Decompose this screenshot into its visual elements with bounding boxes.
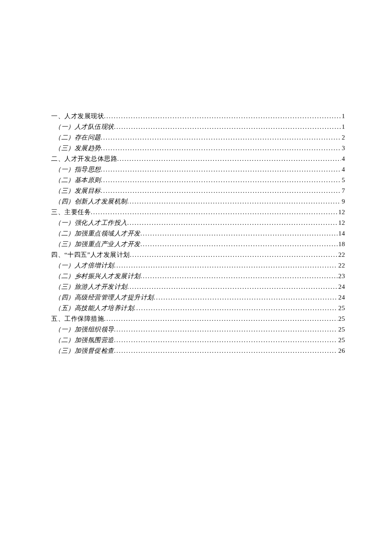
toc-entry-title: （一）指导思想 [55, 164, 101, 174]
toc-entry-title: （二）基本原则 [55, 175, 101, 185]
toc-entry: （一）指导思想4 [51, 164, 345, 174]
toc-leader-dots [101, 132, 341, 142]
toc-entry: （四）创新人才发展机制9 [51, 196, 345, 206]
toc-entry-title: （一）加强组织领导 [55, 324, 114, 334]
toc-entry: （三）发展趋势3 [51, 143, 345, 153]
toc-entry-page: 2 [341, 132, 345, 142]
toc-leader-dots [114, 324, 338, 334]
toc-entry-page: 26 [337, 346, 345, 356]
toc-entry-title: 四、“十四五”人才发展计划 [51, 250, 130, 260]
toc-leader-dots [127, 282, 338, 292]
toc-entry-page: 23 [337, 271, 345, 281]
toc-entry-title: （三）加强督促检查 [55, 346, 114, 356]
toc-leader-dots [117, 154, 341, 164]
toc-leader-dots [114, 122, 341, 132]
toc-entry: 三、主要任务12 [51, 207, 345, 217]
toc-entry-title: （四）高级经营管理人才提升计划 [55, 292, 154, 302]
toc-entry: （三）发展目标7 [51, 186, 345, 196]
toc-entry-page: 22 [337, 250, 345, 260]
toc-leader-dots [114, 260, 338, 270]
toc-entry: 五、工作保障措施25 [51, 314, 345, 324]
toc-leader-dots [101, 164, 341, 174]
toc-entry-title: （三）加强重点产业人才开发 [55, 239, 141, 249]
toc-entry-title: （二）加强重点领域人才开发 [55, 228, 141, 238]
toc-entry: 一、人才发展现状1 [51, 111, 345, 121]
toc-entry-page: 14 [337, 228, 345, 238]
toc-entry-page: 1 [341, 111, 345, 121]
toc-leader-dots [91, 207, 337, 217]
toc-entry-page: 18 [337, 239, 345, 249]
toc-leader-dots [104, 111, 341, 121]
toc-leader-dots [101, 186, 341, 196]
toc-leader-dots [141, 239, 338, 249]
toc-entry-title: （二）加强氛围营造 [55, 335, 114, 345]
toc-leader-dots [141, 228, 338, 238]
toc-entry-title: 五、工作保障措施 [51, 314, 104, 324]
toc-entry: （二）基本原则5 [51, 175, 345, 185]
toc-entry-page: 5 [341, 175, 345, 185]
toc-entry-page: 9 [341, 196, 345, 206]
toc-entry-title: （四）创新人才发展机制 [55, 196, 127, 206]
toc-entry-page: 22 [337, 260, 345, 270]
toc-entry: （三）旅游人才开发计划24 [51, 282, 345, 292]
toc-entry-title: 一、人才发展现状 [51, 111, 104, 121]
toc-leader-dots [127, 196, 341, 206]
toc-leader-dots [127, 218, 338, 228]
toc-entry-title: （二）存在问题 [55, 132, 101, 142]
table-of-contents: 一、人才发展现状1（一）人才队伍现状1（二）存在问题2（三）发展趋势3二、人才开… [51, 111, 345, 356]
toc-entry-title: （二）乡村振兴人才发展计划 [55, 271, 141, 281]
toc-entry: 四、“十四五”人才发展计划22 [51, 250, 345, 260]
toc-entry-title: （三）旅游人才开发计划 [55, 282, 127, 292]
toc-entry-title: （三）发展目标 [55, 186, 101, 196]
toc-entry-page: 4 [341, 164, 345, 174]
toc-entry: （三）加强督促检查26 [51, 346, 345, 356]
toc-entry-title: （一）人才队伍现状 [55, 122, 114, 132]
toc-entry: 二、人才开发总体思路4 [51, 154, 345, 164]
toc-entry-page: 12 [337, 207, 345, 217]
toc-entry: （一）加强组织领导25 [51, 324, 345, 334]
toc-entry-title: 二、人才开发总体思路 [51, 154, 117, 164]
toc-leader-dots [101, 175, 341, 185]
toc-entry-title: 三、主要任务 [51, 207, 91, 217]
toc-leader-dots [130, 250, 337, 260]
toc-entry-title: （五）高技能人才培养计划 [55, 303, 134, 313]
toc-entry: （二）乡村振兴人才发展计划23 [51, 271, 345, 281]
toc-leader-dots [101, 143, 341, 153]
toc-entry: （五）高技能人才培养计划25 [51, 303, 345, 313]
toc-entry-page: 12 [337, 218, 345, 228]
toc-entry-page: 3 [341, 143, 345, 153]
toc-leader-dots [154, 292, 338, 302]
toc-leader-dots [104, 314, 337, 324]
toc-leader-dots [141, 271, 338, 281]
toc-entry: （四）高级经营管理人才提升计划24 [51, 292, 345, 302]
toc-entry: （一）人才队伍现状1 [51, 122, 345, 132]
toc-entry-page: 24 [337, 282, 345, 292]
toc-entry-page: 1 [341, 122, 345, 132]
toc-entry-page: 25 [337, 303, 345, 313]
toc-entry-page: 25 [337, 314, 345, 324]
toc-leader-dots [134, 303, 337, 313]
toc-entry-page: 7 [341, 186, 345, 196]
toc-entry-page: 24 [337, 292, 345, 302]
toc-entry: （二）加强氛围营造25 [51, 335, 345, 345]
toc-entry-title: （一）强化人才工作投入 [55, 218, 127, 228]
toc-entry: （二）存在问题2 [51, 132, 345, 142]
toc-entry-page: 25 [337, 335, 345, 345]
toc-leader-dots [114, 335, 338, 345]
toc-entry-title: （三）发展趋势 [55, 143, 101, 153]
toc-leader-dots [114, 346, 338, 356]
toc-entry: （一）强化人才工作投入12 [51, 218, 345, 228]
toc-entry-page: 25 [337, 324, 345, 334]
toc-entry: （一）人才倍增计划22 [51, 260, 345, 270]
toc-entry-title: （一）人才倍增计划 [55, 260, 114, 270]
toc-entry: （三）加强重点产业人才开发18 [51, 239, 345, 249]
toc-entry: （二）加强重点领域人才开发14 [51, 228, 345, 238]
toc-entry-page: 4 [341, 154, 345, 164]
